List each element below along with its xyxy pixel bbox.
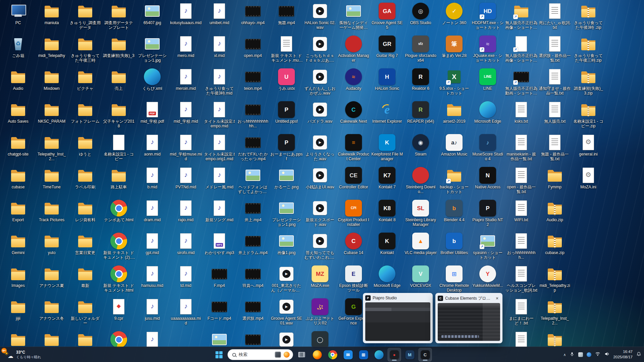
desktop-icon[interactable]: Internet Explorer (370, 100, 404, 133)
desktop-icon[interactable]: F.mp4 (203, 264, 236, 297)
desktop-icon[interactable]: PVTNd.mid (169, 166, 203, 198)
desktop-icon[interactable]: ◎ OBS Studio (404, 1, 437, 34)
desktop-icon[interactable]: こっちもｈｄｓｆｄｓｂぶあ.wav (303, 34, 337, 67)
desktop-icon[interactable]: mid_学校.pdf (136, 100, 169, 133)
desktop-icon[interactable]: N Native Access (471, 166, 504, 198)
desktop-icon[interactable]: PC (1, 1, 35, 34)
desktop-icon[interactable]: ≈ Audacity (337, 67, 370, 100)
desktop-icon[interactable]: 新規 テキスト ドキュメント (2).html (102, 231, 136, 264)
desktop-icon[interactable]: ↗ syasinn - ショートカット (471, 231, 504, 264)
desktop-icon[interactable]: midi_Telepathy (35, 34, 68, 67)
desktop-icon[interactable]: ずんだもん_しおかぜふ.wav (303, 67, 337, 100)
desktop-icon[interactable]: くらび.xml (136, 67, 169, 100)
desktop-icon[interactable]: U うみ.ustx (270, 67, 303, 100)
desktop-icon[interactable]: K7 Kontakt 7 (370, 166, 404, 198)
desktop-icon[interactable]: ヘッドフォンはずしてよかった.mp4 (236, 166, 270, 198)
desktop-icon[interactable]: Microsoft Edge (370, 264, 404, 297)
desktop-icon[interactable]: Gemini (1, 231, 35, 264)
desktop-icon[interactable]: ごみ箱 (1, 34, 35, 67)
desktop-icon[interactable]: 選択肢 - 親作品一覧.txt (538, 34, 572, 67)
desktop-icon[interactable]: ohhayo-.mp4 (236, 1, 270, 34)
taskbar-app-cubase[interactable]: C (419, 348, 432, 361)
desktop-icon[interactable]: ↗ 無人販売不正行為画像 - ショートカット (504, 34, 538, 67)
desktop-icon[interactable]: ♪ MuseScore Studio 4 (471, 133, 504, 166)
desktop-icon[interactable]: 答え知ってでもむずいわこれ.wav (303, 231, 337, 264)
tray-clock[interactable]: 16:47 2025/08/17 (613, 349, 633, 360)
desktop-icon[interactable]: 調査練習(失敗)_3 (102, 34, 136, 67)
desktop-icon[interactable]: GA Groove Agent SE 5 (370, 1, 404, 34)
desktop-icon[interactable]: アナウンス冬 (35, 297, 68, 330)
desktop-icon[interactable]: gpt.mid (136, 231, 169, 264)
taskbar-preview-cubase[interactable]: C Cubase Elements プロジェクト -... ✕ (435, 293, 502, 343)
desktop-icon[interactable]: おっhhhhhhhhhhhh... (236, 100, 270, 133)
desktop-icon[interactable]: V VOICEVOX (404, 264, 437, 297)
desktop-icon[interactable]: maniuta (35, 1, 68, 34)
desktop-icon[interactable]: まにまにわーど！.txt (504, 297, 538, 330)
desktop-icon[interactable]: meroin.mid (169, 67, 203, 100)
desktop-icon[interactable]: SL Steinberg Library Manager (404, 198, 437, 231)
desktop-icon[interactable]: Telepathy_Inst_2... (538, 297, 572, 330)
desktop-icon[interactable]: teion.mp4 (236, 67, 270, 100)
desktop-icon[interactable]: aonn.mid (136, 133, 169, 166)
microphone-icon[interactable] (570, 352, 575, 358)
desktop-icon[interactable]: C Cakewalk Next (337, 100, 370, 133)
desktop-icon[interactable]: P Piapro Studio NT2 (471, 198, 504, 231)
taskbar-app-musescore[interactable]: M (403, 348, 417, 361)
desktop-icon[interactable]: ◉ Steam (404, 133, 437, 166)
desktop-icon[interactable]: MZ MoZA.exe (303, 264, 337, 297)
desktop-icon[interactable]: 営業日変更 (68, 231, 102, 264)
desktop-icon[interactable]: Microsoft Edge (471, 100, 504, 133)
start-button[interactable] (212, 348, 226, 361)
taskbar-app-piapro-studio[interactable]: ● (388, 348, 401, 361)
desktop-icon[interactable]: ピクチャ (68, 67, 102, 100)
desktop-icon[interactable]: ↗ backup - ショートカット (437, 166, 471, 198)
desktop-icon[interactable]: わかりやす.mp3 (203, 231, 236, 264)
desktop-icon[interactable]: mid_学校muse.mid (169, 133, 203, 166)
desktop-icon[interactable]: 001_東北きりたん（ノーマル）_今じゃ... (270, 264, 303, 297)
weather-widget[interactable]: 9+ ☀ ☁ 33°C くもり時々晴れ (3, 347, 41, 362)
desktop-icon[interactable]: Steinberg Downlo... (404, 166, 437, 198)
desktop-icon[interactable]: MoZA.ini (572, 166, 605, 198)
desktop-icon[interactable]: Telepathy_Inst_2... (35, 133, 68, 166)
desktop-icon[interactable]: jusu.mid (136, 297, 169, 330)
desktop-icon[interactable]: プレゼンテーション1.jpg (136, 34, 169, 67)
piapro-window-thumbnail[interactable] (365, 302, 430, 341)
desktop-icon[interactable]: Groove Agent SE 01.wav (270, 297, 303, 330)
desktop-icon[interactable]: Audio.zip (538, 198, 572, 231)
desktop-icon[interactable]: sirofo.mid (169, 231, 203, 264)
taskbar-app-mail[interactable]: ✉ (341, 348, 355, 361)
desktop-icon[interactable]: 調査用データテンプレート (102, 1, 136, 34)
desktop-icon[interactable]: LINE LINE (471, 67, 504, 100)
desktop-icon[interactable]: よりうさくなった.wav (303, 133, 337, 166)
desktop-icon[interactable]: ⊞ Chrome Remote Desktop (437, 264, 471, 297)
desktop-icon[interactable]: NKSC_PARAM (35, 100, 68, 133)
desktop-icon[interactable]: ksks.txt (504, 100, 538, 133)
desktop-icon[interactable]: hamusu.mid (136, 264, 169, 297)
desktop-icon[interactable]: cubase.zip (538, 231, 572, 264)
desktop-icon[interactable]: 65407.jpg (136, 1, 169, 34)
desktop-icon[interactable]: 井上ドラム.mp4 (236, 231, 270, 264)
desktop-icon[interactable]: Mixdown (35, 67, 68, 100)
desktop-icon[interactable]: Track Pictures (35, 198, 68, 231)
desktop-icon[interactable]: P おーまーにあ.ppsf (270, 133, 303, 166)
desktop-icon[interactable]: 新しいフォルダー (68, 297, 102, 330)
desktop-icon[interactable]: ヘルスコンプレッション_歌詞.txt (504, 264, 538, 297)
desktop-icon[interactable]: メドレー風.mid (203, 166, 236, 198)
desktop-icon[interactable]: ▲ VLC media player (404, 231, 437, 264)
desktop-icon[interactable]: kotusytuaaus.mid (169, 1, 203, 34)
desktop-icon[interactable]: chatgpt-site (1, 133, 35, 166)
taskbar-app-chrome[interactable] (326, 348, 339, 361)
desktop-icon[interactable]: 新規ソング.mid (203, 198, 236, 231)
desktop-icon[interactable]: jijii (1, 297, 35, 330)
desktop-icon[interactable]: 無人販売.txt (538, 100, 572, 133)
desktop-icon[interactable]: Export (1, 198, 35, 231)
desktop-icon[interactable]: 孤独なインディーゲーム開発者の一生... (337, 1, 370, 34)
desktop-icon[interactable]: TimeTune (35, 166, 68, 198)
desktop-icon[interactable]: general.ini (572, 133, 605, 166)
desktop-icon[interactable]: きゅうり食ってた午後三時.zip (572, 34, 605, 67)
desktop-icon[interactable]: airset2-2019 (437, 100, 471, 133)
desktop-icon[interactable]: 名称未設定1 - コピー.zip (572, 100, 605, 133)
desktop-icon[interactable]: a♪ Amazon Music (437, 133, 471, 166)
desktop-icon[interactable]: b.mid (136, 166, 169, 198)
search-input[interactable]: 検索 (228, 349, 293, 360)
